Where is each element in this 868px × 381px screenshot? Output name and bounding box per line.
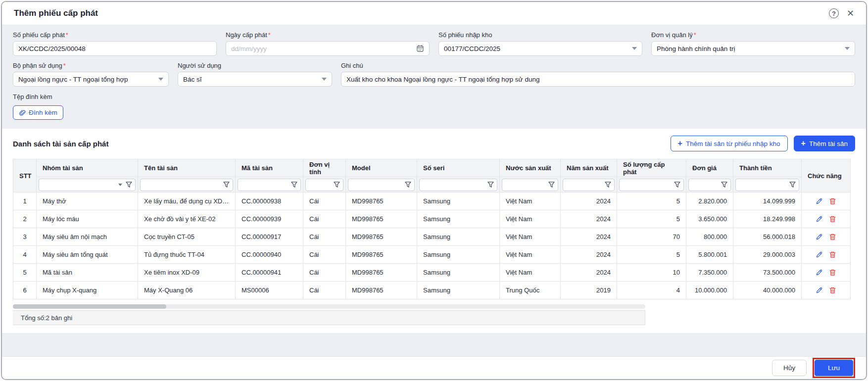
filter-input[interactable] (39, 179, 136, 191)
cell-ten-tai-san: Máy X-Quang 06 (138, 282, 236, 299)
filter-input[interactable] (305, 179, 343, 191)
close-icon[interactable]: ✕ (847, 9, 854, 18)
table-row: 5 Mã tài sản Xe tiêm inox XD-09 CC.00000… (13, 264, 851, 282)
edit-icon[interactable] (816, 251, 823, 258)
don-vi-quan-ly-select[interactable]: Phòng hành chính quản trị (651, 41, 855, 56)
cell-chuc-nang (802, 264, 851, 282)
filter-funnel-icon[interactable] (126, 182, 132, 188)
delete-icon[interactable] (829, 233, 836, 240)
filter-funnel-icon[interactable] (487, 182, 494, 188)
edit-icon[interactable] (816, 286, 823, 294)
edit-icon[interactable] (816, 233, 823, 240)
help-icon[interactable]: ? (829, 8, 839, 18)
cell-nhom-tai-san: Máy siêu âm nội mạch (37, 228, 138, 246)
delete-icon[interactable] (829, 215, 836, 223)
filter-input[interactable] (735, 179, 799, 191)
filter-nhom-tai-san (37, 177, 138, 192)
cell-nuoc-san-xuat: Việt Nam (500, 264, 561, 282)
filter-funnel-icon[interactable] (291, 182, 297, 188)
delete-icon[interactable] (829, 251, 836, 258)
ghi-chu-input[interactable]: Xuất kho cho khoa Ngoại lồng ngực - TT n… (341, 72, 855, 87)
cell-nam-san-xuat: 2019 (561, 282, 617, 299)
filter-funnel-icon[interactable] (548, 182, 555, 188)
cell-don-vi-tinh: Cái (303, 282, 346, 299)
filter-funnel-icon[interactable] (334, 182, 340, 188)
screen: Thêm phiếu cấp phát ? ✕ Số phiếu cấp phá… (0, 0, 868, 381)
field-ghi-chu: Ghi chú Xuất kho cho khoa Ngoại lồng ngự… (341, 62, 855, 87)
cell-nam-san-xuat: 2024 (561, 192, 617, 210)
attachment-block: Tệp đính kèm Đính kèm (13, 93, 855, 120)
save-button[interactable]: Lưu (815, 360, 853, 376)
asset-table-body: 1 Máy thở Xe lấy máu, để dụng cụ XD-... … (13, 192, 851, 299)
filter-input[interactable] (688, 179, 731, 191)
cancel-button[interactable]: Hủy (772, 360, 807, 376)
so-phieu-cap-phat-input[interactable]: XK/CCDC/2025/00048 (13, 41, 217, 56)
cell-nuoc-san-xuat: Việt Nam (500, 192, 561, 210)
bo-phan-su-dung-select[interactable]: Ngoại lồng ngực - TT ngoại tổng hợp (13, 72, 169, 87)
delete-icon[interactable] (829, 269, 836, 276)
field-label: Bộ phận sử dụng* (13, 62, 169, 69)
table-row: 1 Máy thở Xe lấy máu, để dụng cụ XD-... … (13, 192, 851, 210)
cell-nhom-tai-san: Máy siêu âm tổng quát (37, 246, 138, 264)
horizontal-scrollbar[interactable] (13, 304, 645, 309)
filter-so-luong-cap-phat (617, 177, 686, 192)
cell-ten-tai-san: Cọc truyền CT-05 (138, 228, 236, 246)
required-asterisk: * (63, 62, 66, 69)
filter-input[interactable] (238, 179, 301, 191)
edit-icon[interactable] (816, 197, 823, 205)
cell-don-gia: 3.650.000 (686, 210, 733, 228)
required-asterisk: * (66, 31, 68, 39)
col-stt: STT (13, 159, 37, 192)
chevron-down-icon (632, 47, 637, 50)
cell-ma-tai-san: CC.00000938 (236, 192, 303, 210)
filter-don-gia (686, 177, 733, 192)
cell-ma-tai-san: CC.00000941 (236, 264, 303, 282)
filter-funnel-icon[interactable] (605, 182, 611, 188)
col-nam-san-xuat: Năm sản xuất (561, 159, 617, 177)
filter-funnel-icon[interactable] (721, 182, 727, 188)
cell-chuc-nang (802, 192, 851, 210)
chevron-down-icon[interactable] (118, 184, 122, 186)
table-filter-row (13, 177, 851, 192)
col-ten-tai-san: Tên tài sản (138, 159, 236, 177)
add-asset-button[interactable]: + Thêm tài sản (794, 136, 855, 151)
filter-input[interactable] (502, 179, 558, 191)
field-label: Đơn vị quản lý* (651, 31, 855, 39)
delete-icon[interactable] (829, 197, 836, 205)
ngay-cap-phat-input[interactable]: dd/mm/yyyy (226, 41, 430, 56)
filter-funnel-icon[interactable] (674, 182, 680, 188)
plus-icon: + (678, 140, 682, 147)
cell-nhom-tai-san: Máy chụp X-quang (37, 282, 138, 299)
filter-input[interactable] (348, 179, 415, 191)
filter-funnel-icon[interactable] (223, 182, 230, 188)
cell-so-seri: Samsung (417, 192, 500, 210)
calendar-icon[interactable] (416, 45, 424, 52)
so-phieu-nhap-kho-select[interactable]: 00177/CCDC/2025 (438, 41, 642, 56)
edit-icon[interactable] (816, 269, 823, 276)
cell-so-luong-cap-phat: 5 (617, 192, 686, 210)
table-row: 4 Máy siêu âm tổng quát Tủ đựng thuốc TT… (13, 246, 851, 264)
filter-so-seri (417, 177, 500, 192)
cell-nhom-tai-san: Máy thở (37, 192, 138, 210)
add-asset-from-receipt-button[interactable]: + Thêm tài sản từ phiếu nhập kho (671, 136, 788, 151)
chevron-down-icon (845, 47, 850, 50)
attach-button[interactable]: Đính kèm (13, 105, 63, 120)
table-row: 2 Máy lóc máu Xe chở đồ vải y tế XE-02 C… (13, 210, 851, 228)
cell-nuoc-san-xuat: Việt Nam (500, 246, 561, 264)
filter-input[interactable] (140, 179, 233, 191)
filter-funnel-icon[interactable] (789, 182, 796, 188)
chevron-down-icon (158, 78, 163, 81)
filter-ma-tai-san (236, 177, 303, 192)
filter-funnel-icon[interactable] (405, 182, 411, 188)
scrollbar-thumb[interactable] (13, 304, 166, 309)
filter-input[interactable] (563, 179, 615, 191)
edit-icon[interactable] (816, 215, 823, 223)
col-nhom-tai-san: Nhóm tài sản (37, 159, 138, 177)
delete-icon[interactable] (829, 286, 836, 294)
cell-so-luong-cap-phat: 5 (617, 210, 686, 228)
nguoi-su-dung-select[interactable]: Bác sĩ (178, 72, 332, 87)
filter-input[interactable] (419, 179, 497, 191)
cell-don-gia: 5.800.001 (686, 246, 733, 264)
col-don-vi-tinh: Đơn vị tính (303, 159, 346, 177)
filter-input[interactable] (619, 179, 684, 191)
